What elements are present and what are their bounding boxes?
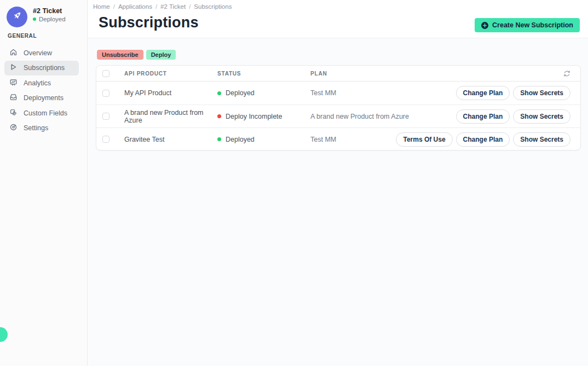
column-header-status: STATUS: [217, 71, 310, 77]
show-secrets-button[interactable]: Show Secrets: [513, 109, 570, 124]
sidebar-item-label: Deployments: [24, 94, 64, 102]
refresh-icon[interactable]: [563, 70, 570, 77]
row-checkbox[interactable]: [102, 113, 109, 120]
sidebar-item-subscriptions[interactable]: Subscriptions: [4, 61, 79, 76]
status-cell: Deploy Incomplete: [217, 113, 310, 120]
home-icon: [9, 48, 18, 58]
column-header-api-product: API PRODUCT: [124, 71, 217, 77]
play-icon: [9, 63, 18, 73]
change-plan-button[interactable]: Change Plan: [456, 86, 510, 100]
plan-cell: Test MM: [310, 89, 456, 97]
content-area: Unsubscribe Deploy API PRODUCT STATUS PL…: [88, 38, 588, 366]
avatar[interactable]: [7, 7, 27, 27]
sidebar-item-analytics[interactable]: Analytics: [0, 75, 87, 91]
sidebar: #2 Ticket Deployed GENERAL Overview Subs…: [0, 0, 88, 366]
api-product-cell: A brand new Product from Azure: [124, 109, 217, 124]
breadcrumb-applications[interactable]: Applications: [118, 3, 152, 10]
breadcrumb-home[interactable]: Home: [93, 3, 110, 10]
terms-of-use-button[interactable]: Terms Of Use: [396, 132, 452, 147]
change-plan-button[interactable]: Change Plan: [456, 132, 510, 147]
unsubscribe-button[interactable]: Unsubscribe: [97, 50, 143, 60]
app-status: Deployed: [33, 16, 66, 22]
table-header-row: API PRODUCT STATUS PLAN: [96, 66, 580, 82]
breadcrumb-separator: /: [189, 3, 191, 10]
row-actions: Terms Of UseChange PlanShow Secrets: [396, 132, 570, 147]
sidebar-item-overview[interactable]: Overview: [0, 45, 87, 61]
row-checkbox[interactable]: [102, 136, 109, 143]
plan-cell: Test MM: [310, 136, 396, 143]
show-secrets-button[interactable]: Show Secrets: [513, 132, 570, 147]
select-all-checkbox[interactable]: [102, 70, 109, 77]
status-dot: [217, 114, 221, 118]
app-title: #2 Ticket: [33, 7, 62, 15]
gear-icon: [9, 123, 18, 133]
rocket-icon: [11, 10, 23, 24]
row-actions: Change PlanShow Secrets: [456, 86, 570, 100]
table-row: A brand new Product from AzureDeploy Inc…: [96, 104, 580, 127]
show-secrets-button[interactable]: Show Secrets: [513, 86, 570, 100]
page-header: Home / Applications / #2 Ticket / Subscr…: [88, 0, 588, 38]
breadcrumb-current: Subscriptions: [194, 3, 232, 10]
status-label: Deployed: [226, 89, 255, 97]
breadcrumb-separator: /: [113, 3, 115, 10]
sidebar-item-label: Settings: [24, 124, 48, 132]
deploy-button[interactable]: Deploy: [146, 50, 176, 60]
status-cell: Deployed: [217, 136, 310, 143]
table-row: Gravitee TestDeployedTest MMTerms Of Use…: [96, 127, 580, 150]
plus-circle-icon: [481, 22, 488, 29]
sidebar-item-deployments[interactable]: Deployments: [0, 91, 87, 106]
sidebar-section-label: GENERAL: [8, 33, 37, 39]
inbox-stack-icon: [9, 93, 18, 103]
sidebar-nav: Overview Subscriptions Analytics: [0, 45, 87, 136]
app-status-label: Deployed: [39, 16, 66, 22]
status-dot: [33, 18, 36, 21]
sidebar-item-label: Subscriptions: [24, 64, 65, 72]
column-header-plan: PLAN: [310, 71, 563, 77]
breadcrumb: Home / Applications / #2 Ticket / Subscr…: [93, 3, 232, 10]
chart-board-icon: [9, 78, 18, 88]
sidebar-item-settings[interactable]: Settings: [0, 121, 87, 136]
sidebar-item-label: Analytics: [24, 79, 51, 87]
table-row: My API ProductDeployedTest MMChange Plan…: [96, 82, 580, 104]
create-new-subscription-button[interactable]: Create New Subscription: [475, 18, 580, 32]
page-title: Subscriptions: [99, 14, 199, 31]
status-dot: [217, 91, 221, 95]
status-cell: Deployed: [217, 89, 310, 97]
create-button-label: Create New Subscription: [492, 21, 573, 29]
breadcrumb-separator: /: [155, 3, 157, 10]
plan-cell: A brand new Product from Azure: [310, 113, 456, 120]
subscriptions-table: API PRODUCT STATUS PLAN My API ProductDe…: [96, 65, 581, 150]
status-label: Deployed: [226, 136, 255, 143]
breadcrumb-ticket[interactable]: #2 Ticket: [160, 3, 186, 10]
bulk-actions: Unsubscribe Deploy: [97, 50, 176, 60]
status-dot: [217, 137, 221, 141]
status-label: Deploy Incomplete: [226, 113, 283, 120]
change-plan-button[interactable]: Change Plan: [456, 109, 510, 124]
api-product-cell: My API Product: [124, 89, 217, 97]
sidebar-item-custom-fields[interactable]: Custom Fields: [0, 106, 87, 121]
sidebar-item-label: Custom Fields: [24, 109, 67, 117]
shapes-icon: [9, 108, 18, 118]
api-product-cell: Gravitee Test: [124, 136, 217, 143]
row-actions: Change PlanShow Secrets: [456, 109, 570, 124]
sidebar-item-label: Overview: [24, 49, 52, 57]
row-checkbox[interactable]: [102, 90, 109, 97]
table-body: My API ProductDeployedTest MMChange Plan…: [96, 82, 580, 150]
